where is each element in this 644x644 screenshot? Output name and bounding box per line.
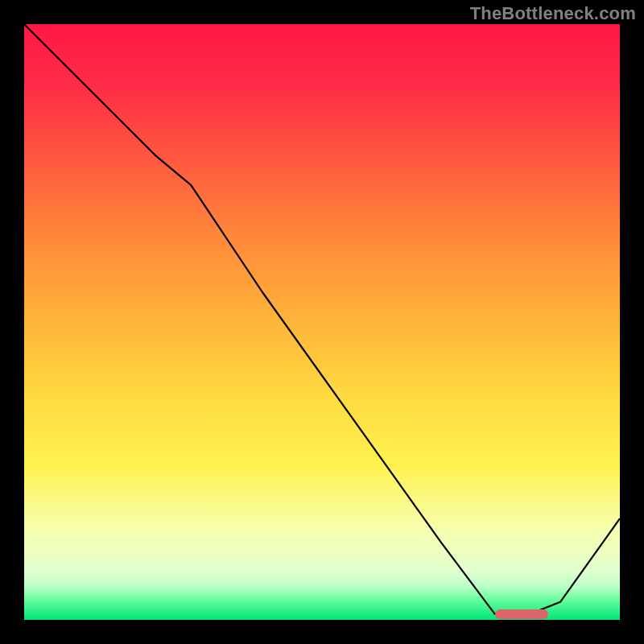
plateau-marker — [495, 609, 549, 619]
plot-area — [24, 24, 620, 620]
background-gradient — [24, 24, 620, 620]
chart-container: TheBottleneck.com — [0, 0, 644, 644]
svg-rect-0 — [24, 24, 620, 620]
attribution-label: TheBottleneck.com — [470, 3, 636, 24]
